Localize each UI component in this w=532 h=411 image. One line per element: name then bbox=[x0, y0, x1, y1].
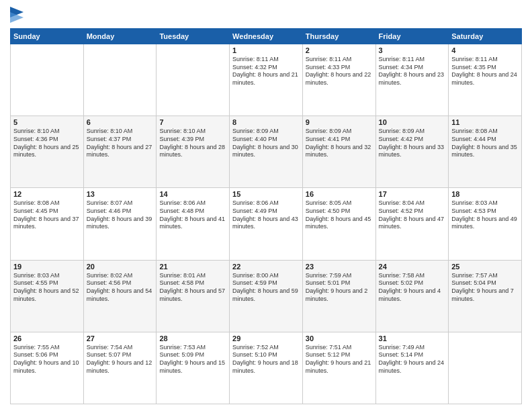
weekday-header-saturday: Saturday bbox=[449, 29, 522, 44]
calendar-cell: 27Sunrise: 7:54 AM Sunset: 5:07 PM Dayli… bbox=[83, 332, 157, 404]
day-number: 28 bbox=[159, 334, 226, 342]
day-info: Sunrise: 8:08 AM Sunset: 4:45 PM Dayligh… bbox=[13, 199, 81, 231]
calendar-cell: 14Sunrise: 8:06 AM Sunset: 4:48 PM Dayli… bbox=[157, 188, 230, 260]
logo bbox=[10, 7, 26, 23]
day-info: Sunrise: 8:11 AM Sunset: 4:33 PM Dayligh… bbox=[306, 56, 373, 87]
week-row-3: 12Sunrise: 8:08 AM Sunset: 4:45 PM Dayli… bbox=[11, 188, 522, 260]
day-info: Sunrise: 8:03 AM Sunset: 4:53 PM Dayligh… bbox=[451, 199, 519, 231]
day-number: 4 bbox=[451, 46, 519, 54]
calendar-cell: 10Sunrise: 8:09 AM Sunset: 4:42 PM Dayli… bbox=[375, 116, 449, 188]
calendar-cell bbox=[83, 44, 157, 116]
calendar-cell: 23Sunrise: 7:59 AM Sunset: 5:01 PM Dayli… bbox=[302, 260, 375, 332]
calendar-cell bbox=[11, 44, 84, 116]
day-info: Sunrise: 7:55 AM Sunset: 5:06 PM Dayligh… bbox=[13, 344, 81, 375]
day-number: 24 bbox=[379, 263, 446, 271]
week-row-4: 19Sunrise: 8:03 AM Sunset: 4:55 PM Dayli… bbox=[11, 260, 522, 332]
weekday-header-thursday: Thursday bbox=[302, 29, 375, 44]
day-number: 18 bbox=[451, 190, 519, 198]
day-info: Sunrise: 8:09 AM Sunset: 4:41 PM Dayligh… bbox=[306, 128, 373, 159]
calendar-cell: 5Sunrise: 8:10 AM Sunset: 4:36 PM Daylig… bbox=[11, 116, 84, 188]
day-info: Sunrise: 8:02 AM Sunset: 4:56 PM Dayligh… bbox=[87, 272, 154, 304]
calendar-cell: 21Sunrise: 8:01 AM Sunset: 4:58 PM Dayli… bbox=[157, 260, 230, 332]
day-number: 27 bbox=[87, 334, 154, 342]
day-info: Sunrise: 8:08 AM Sunset: 4:44 PM Dayligh… bbox=[451, 128, 519, 159]
calendar-cell: 17Sunrise: 8:04 AM Sunset: 4:52 PM Dayli… bbox=[375, 188, 449, 260]
page-header bbox=[10, 7, 522, 23]
day-number: 17 bbox=[379, 190, 446, 198]
weekday-header-tuesday: Tuesday bbox=[157, 29, 230, 44]
day-number: 9 bbox=[306, 118, 373, 126]
day-number: 21 bbox=[159, 263, 226, 271]
calendar-cell: 28Sunrise: 7:53 AM Sunset: 5:09 PM Dayli… bbox=[157, 332, 230, 404]
day-info: Sunrise: 8:11 AM Sunset: 4:35 PM Dayligh… bbox=[451, 56, 519, 87]
day-number: 3 bbox=[379, 46, 446, 54]
weekday-header-sunday: Sunday bbox=[11, 29, 84, 44]
calendar-cell: 8Sunrise: 8:09 AM Sunset: 4:40 PM Daylig… bbox=[230, 116, 303, 188]
page-container: SundayMondayTuesdayWednesdayThursdayFrid… bbox=[0, 0, 532, 411]
day-number: 11 bbox=[451, 118, 519, 126]
calendar-cell: 4Sunrise: 8:11 AM Sunset: 4:35 PM Daylig… bbox=[449, 44, 522, 116]
day-info: Sunrise: 8:03 AM Sunset: 4:55 PM Dayligh… bbox=[13, 272, 81, 304]
calendar-cell: 31Sunrise: 7:49 AM Sunset: 5:14 PM Dayli… bbox=[375, 332, 449, 404]
calendar-cell: 25Sunrise: 7:57 AM Sunset: 5:04 PM Dayli… bbox=[449, 260, 522, 332]
day-number: 23 bbox=[306, 263, 373, 271]
calendar-cell: 19Sunrise: 8:03 AM Sunset: 4:55 PM Dayli… bbox=[11, 260, 84, 332]
day-info: Sunrise: 8:09 AM Sunset: 4:42 PM Dayligh… bbox=[379, 128, 446, 159]
day-info: Sunrise: 8:10 AM Sunset: 4:37 PM Dayligh… bbox=[87, 128, 154, 159]
calendar-cell: 7Sunrise: 8:10 AM Sunset: 4:39 PM Daylig… bbox=[157, 116, 230, 188]
calendar-cell: 11Sunrise: 8:08 AM Sunset: 4:44 PM Dayli… bbox=[449, 116, 522, 188]
day-info: Sunrise: 8:09 AM Sunset: 4:40 PM Dayligh… bbox=[232, 128, 300, 159]
day-number: 25 bbox=[451, 263, 519, 271]
calendar-cell bbox=[157, 44, 230, 116]
calendar-cell: 2Sunrise: 8:11 AM Sunset: 4:33 PM Daylig… bbox=[302, 44, 375, 116]
calendar-cell: 22Sunrise: 8:00 AM Sunset: 4:59 PM Dayli… bbox=[230, 260, 303, 332]
weekday-header-row: SundayMondayTuesdayWednesdayThursdayFrid… bbox=[11, 29, 522, 44]
day-number: 30 bbox=[306, 334, 373, 342]
day-info: Sunrise: 7:59 AM Sunset: 5:01 PM Dayligh… bbox=[306, 272, 373, 304]
day-info: Sunrise: 7:53 AM Sunset: 5:09 PM Dayligh… bbox=[159, 344, 226, 375]
day-info: Sunrise: 8:10 AM Sunset: 4:36 PM Dayligh… bbox=[13, 128, 81, 159]
calendar-cell: 1Sunrise: 8:11 AM Sunset: 4:32 PM Daylig… bbox=[230, 44, 303, 116]
day-number: 14 bbox=[159, 190, 226, 198]
day-number: 20 bbox=[87, 263, 154, 271]
calendar-cell: 3Sunrise: 8:11 AM Sunset: 4:34 PM Daylig… bbox=[375, 44, 449, 116]
day-number: 13 bbox=[87, 190, 154, 198]
day-info: Sunrise: 7:58 AM Sunset: 5:02 PM Dayligh… bbox=[379, 272, 446, 304]
calendar-cell: 9Sunrise: 8:09 AM Sunset: 4:41 PM Daylig… bbox=[302, 116, 375, 188]
day-info: Sunrise: 8:04 AM Sunset: 4:52 PM Dayligh… bbox=[379, 199, 446, 231]
weekday-header-monday: Monday bbox=[83, 29, 157, 44]
calendar-cell: 18Sunrise: 8:03 AM Sunset: 4:53 PM Dayli… bbox=[449, 188, 522, 260]
logo-icon bbox=[10, 7, 24, 23]
day-number: 15 bbox=[232, 190, 300, 198]
day-number: 6 bbox=[87, 118, 154, 126]
day-info: Sunrise: 7:51 AM Sunset: 5:12 PM Dayligh… bbox=[306, 344, 373, 375]
day-info: Sunrise: 8:05 AM Sunset: 4:50 PM Dayligh… bbox=[306, 199, 373, 231]
calendar-cell: 30Sunrise: 7:51 AM Sunset: 5:12 PM Dayli… bbox=[302, 332, 375, 404]
week-row-5: 26Sunrise: 7:55 AM Sunset: 5:06 PM Dayli… bbox=[11, 332, 522, 404]
day-number: 2 bbox=[306, 46, 373, 54]
weekday-header-wednesday: Wednesday bbox=[230, 29, 303, 44]
day-info: Sunrise: 7:57 AM Sunset: 5:04 PM Dayligh… bbox=[451, 272, 519, 304]
calendar-cell: 12Sunrise: 8:08 AM Sunset: 4:45 PM Dayli… bbox=[11, 188, 84, 260]
calendar-cell: 6Sunrise: 8:10 AM Sunset: 4:37 PM Daylig… bbox=[83, 116, 157, 188]
day-number: 7 bbox=[159, 118, 226, 126]
day-number: 8 bbox=[232, 118, 300, 126]
day-info: Sunrise: 8:10 AM Sunset: 4:39 PM Dayligh… bbox=[159, 128, 226, 159]
calendar-table: SundayMondayTuesdayWednesdayThursdayFrid… bbox=[10, 28, 522, 404]
day-info: Sunrise: 7:49 AM Sunset: 5:14 PM Dayligh… bbox=[379, 344, 446, 375]
day-number: 22 bbox=[232, 263, 300, 271]
day-info: Sunrise: 8:06 AM Sunset: 4:49 PM Dayligh… bbox=[232, 199, 300, 231]
day-number: 19 bbox=[13, 263, 81, 271]
day-number: 5 bbox=[13, 118, 81, 126]
calendar-cell: 13Sunrise: 8:07 AM Sunset: 4:46 PM Dayli… bbox=[83, 188, 157, 260]
calendar-cell: 20Sunrise: 8:02 AM Sunset: 4:56 PM Dayli… bbox=[83, 260, 157, 332]
calendar-cell: 16Sunrise: 8:05 AM Sunset: 4:50 PM Dayli… bbox=[302, 188, 375, 260]
day-number: 1 bbox=[232, 46, 300, 54]
calendar-cell: 29Sunrise: 7:52 AM Sunset: 5:10 PM Dayli… bbox=[230, 332, 303, 404]
week-row-2: 5Sunrise: 8:10 AM Sunset: 4:36 PM Daylig… bbox=[11, 116, 522, 188]
day-info: Sunrise: 8:11 AM Sunset: 4:32 PM Dayligh… bbox=[232, 56, 300, 87]
day-number: 12 bbox=[13, 190, 81, 198]
week-row-1: 1Sunrise: 8:11 AM Sunset: 4:32 PM Daylig… bbox=[11, 44, 522, 116]
day-number: 29 bbox=[232, 334, 300, 342]
day-number: 26 bbox=[13, 334, 81, 342]
